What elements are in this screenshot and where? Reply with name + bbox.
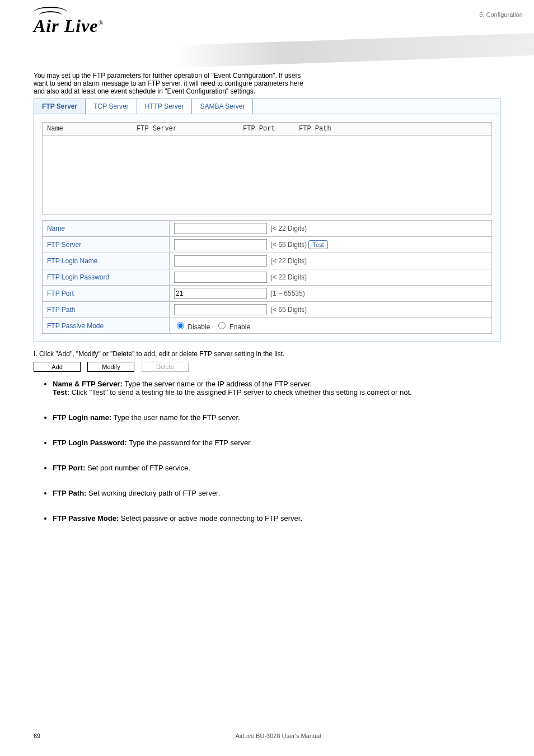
login-password-input[interactable] <box>174 272 267 283</box>
intro-line-1: You may set up the FTP parameters for fu… <box>34 72 301 80</box>
list-item: FTP Port: Set port number of FTP service… <box>53 464 500 472</box>
radio-enable-label[interactable]: Enable <box>216 323 250 331</box>
footer-text: AirLive BU-3028 User's Manual <box>56 732 500 739</box>
path-label: FTP Path <box>43 302 170 318</box>
logo-reg: ® <box>99 19 104 27</box>
bullet-body: Type the user name for the FTP server. <box>114 413 240 422</box>
logo: Air Live® <box>34 10 534 36</box>
list-item: Name & FTP Server: Type the server name … <box>53 380 500 396</box>
tab-samba-server[interactable]: SAMBA Server <box>192 99 253 114</box>
path-input[interactable] <box>174 304 267 315</box>
pwd-hint: (< 22 Digits) <box>270 273 307 281</box>
col-name: Name <box>47 125 137 133</box>
bullet-title: Test: <box>53 388 72 396</box>
intro-line-2: want to send an alarm message to an FTP … <box>34 80 303 87</box>
name-label: Name <box>43 221 170 237</box>
col-path: FTP Path <box>299 125 487 133</box>
server-label: FTP Server <box>43 237 170 253</box>
test-button[interactable]: Test <box>308 240 327 249</box>
instruction-text: I. Click "Add", "Modify" or "Delete" to … <box>34 350 500 358</box>
bullet-body: Type the server name or the IP address o… <box>124 380 312 388</box>
list-item: FTP Path: Set working directory path of … <box>53 489 500 497</box>
modify-button[interactable]: Modify <box>87 362 134 372</box>
radio-disable-text: Disable <box>188 323 210 331</box>
port-input[interactable] <box>174 288 267 299</box>
list-item: FTP Passive Mode: Select passive or acti… <box>53 514 500 522</box>
port-hint: (1 ~ 65535) <box>270 290 305 297</box>
ftp-form-table: Name (< 22 Digits) FTP Server (< 65 Digi… <box>42 220 492 334</box>
bullet-title: FTP Login name: <box>53 413 114 422</box>
add-button[interactable]: Add <box>34 362 81 372</box>
col-server: FTP Server <box>137 125 243 133</box>
page-number: 69 <box>34 732 56 739</box>
bullet-title: FTP Passive Mode: <box>53 514 121 522</box>
passive-mode-label: FTP Passive Mode <box>43 318 170 334</box>
tab-bar: FTP Server TCP Server HTTP Server SAMBA … <box>34 99 500 114</box>
config-screenshot: FTP Server TCP Server HTTP Server SAMBA … <box>34 99 500 342</box>
bullet-title: FTP Login Password: <box>53 438 129 447</box>
tab-tcp-server[interactable]: TCP Server <box>86 99 137 114</box>
list-body[interactable] <box>42 136 492 214</box>
tab-http-server[interactable]: HTTP Server <box>137 99 193 114</box>
list-item: FTP Login name: Type the user name for t… <box>53 413 500 422</box>
server-input[interactable] <box>174 239 267 250</box>
bullet-title: Name & FTP Server: <box>53 380 124 388</box>
bullet-list: Name & FTP Server: Type the server name … <box>34 380 500 522</box>
radio-enable[interactable] <box>218 322 226 329</box>
bullet-body: Click "Test" to send a testing file to t… <box>72 388 412 396</box>
bullet-body: Set port number of FTP service. <box>87 464 190 472</box>
chapter-label: 6. Configuration <box>479 11 523 18</box>
bullet-title: FTP Path: <box>53 489 88 497</box>
bullet-body: Type the password for the FTP server. <box>129 438 252 447</box>
delete-button: Delete <box>142 362 189 372</box>
intro-line-3: and also add at least one event schedule… <box>34 87 255 95</box>
server-hint: (< 65 Digits) <box>270 241 307 249</box>
name-input[interactable] <box>174 223 267 234</box>
footer: 69 AirLive BU-3028 User's Manual <box>0 732 534 739</box>
tab-ftp-server[interactable]: FTP Server <box>34 99 86 114</box>
list-header: Name FTP Server FTP Port FTP Path <box>42 122 492 136</box>
path-hint: (< 65 Digits) <box>270 306 307 314</box>
name-hint: (< 22 Digits) <box>270 225 307 232</box>
login-name-input[interactable] <box>174 255 267 267</box>
port-label: FTP Port <box>43 286 170 302</box>
list-item: FTP Login Password: Type the password fo… <box>53 438 500 447</box>
bullet-body: Set working directory path of FTP server… <box>88 489 220 497</box>
button-row: Add Modify Delete <box>34 361 500 372</box>
login-hint: (< 22 Digits) <box>270 257 307 265</box>
col-port: FTP Port <box>243 125 299 133</box>
radio-disable[interactable] <box>177 322 184 329</box>
radio-disable-label[interactable]: Disable <box>174 323 210 331</box>
bullet-title: FTP Port: <box>53 464 87 472</box>
login-password-label: FTP Login Password <box>43 269 170 286</box>
intro-text: You may set up the FTP parameters for fu… <box>34 72 500 95</box>
login-name-label: FTP Login Name <box>43 253 170 269</box>
bullet-body: Select passive or active mode connecting… <box>121 514 302 522</box>
header-swoosh <box>176 33 534 68</box>
radio-enable-text: Enable <box>229 323 250 331</box>
